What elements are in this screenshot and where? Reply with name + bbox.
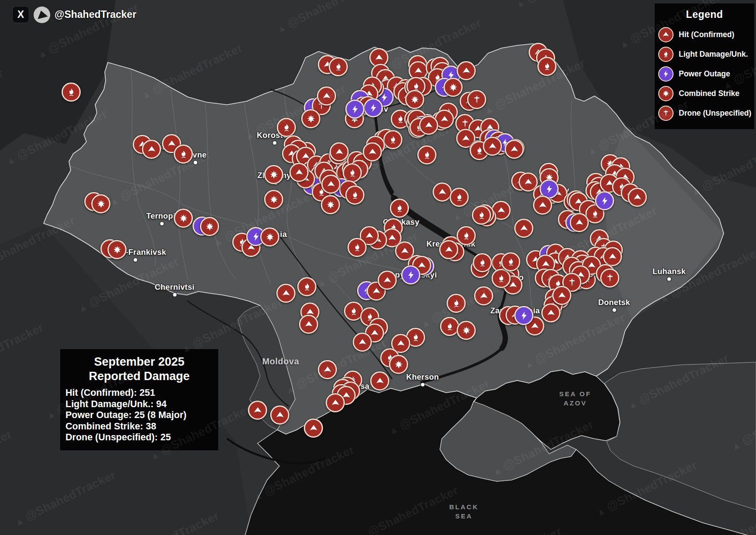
marker-light[interactable] xyxy=(329,57,348,76)
light-marker-icon xyxy=(658,47,674,62)
marker-combined[interactable] xyxy=(301,109,320,128)
power-marker-icon xyxy=(658,66,674,82)
marker-hit[interactable] xyxy=(552,286,571,305)
marker-hit[interactable] xyxy=(603,247,622,266)
marker-combined[interactable] xyxy=(405,90,424,109)
marker-combined[interactable] xyxy=(174,209,193,228)
x-twitter-icon[interactable]: X xyxy=(12,6,29,23)
marker-hit[interactable] xyxy=(276,284,296,303)
marker-hit[interactable] xyxy=(378,271,397,290)
marker-hit[interactable] xyxy=(321,175,340,194)
marker-light[interactable] xyxy=(417,145,436,165)
marker-hit[interactable] xyxy=(248,401,267,420)
marker-combined[interactable] xyxy=(107,240,127,259)
marker-light[interactable] xyxy=(447,294,466,313)
marker-hit[interactable] xyxy=(317,86,336,106)
marker-hit[interactable] xyxy=(330,142,349,161)
marker-combined[interactable] xyxy=(200,217,219,236)
marker-hit[interactable] xyxy=(419,116,438,135)
marker-light[interactable] xyxy=(347,238,367,257)
stats-title-line1: September 2025 xyxy=(60,355,218,369)
marker-power[interactable] xyxy=(364,98,383,117)
marker-combined[interactable] xyxy=(389,355,408,374)
stat-label: Light Damage/Unk. xyxy=(65,399,156,409)
strike-markers-layer xyxy=(0,0,756,535)
marker-hit[interactable] xyxy=(474,286,493,305)
marker-hit[interactable] xyxy=(326,393,345,412)
marker-hit[interactable] xyxy=(628,188,647,207)
legend-item-label: Power Outage xyxy=(679,69,730,79)
marker-hit[interactable] xyxy=(541,303,560,322)
legend-item-label: Hit (Confirmed) xyxy=(679,30,734,39)
marker-hit[interactable] xyxy=(370,371,389,391)
marker-combined[interactable] xyxy=(260,227,279,247)
stats-panel: September 2025 Reported Damage Hit (Conf… xyxy=(60,349,218,450)
marker-light[interactable] xyxy=(62,82,81,102)
stats-title-line2: Reported Damage xyxy=(60,369,218,384)
marker-hit[interactable] xyxy=(433,182,452,202)
marker-combined[interactable] xyxy=(443,78,463,97)
brand-bar: X @ShahedTracker xyxy=(12,6,136,23)
marker-light[interactable] xyxy=(537,57,557,76)
stat-value: 25 (8 Major) xyxy=(134,410,186,420)
marker-hit[interactable] xyxy=(457,61,476,80)
marker-hit[interactable] xyxy=(505,140,524,159)
marker-drone[interactable] xyxy=(467,90,486,109)
marker-combined[interactable] xyxy=(264,165,283,184)
marker-hit[interactable] xyxy=(363,142,382,161)
marker-light[interactable] xyxy=(473,253,492,272)
marker-hit[interactable] xyxy=(483,137,502,156)
shahedtracker-avatar[interactable] xyxy=(34,7,50,23)
marker-light[interactable] xyxy=(345,185,364,205)
marker-hit[interactable] xyxy=(299,315,318,334)
legend-rows: Hit (Confirmed)Light Damage/Unk.Power Ou… xyxy=(655,25,754,123)
marker-hit[interactable] xyxy=(318,360,337,379)
legend-panel: Legend Hit (Confirmed)Light Damage/Unk.P… xyxy=(655,3,754,129)
stat-row: Drone (Unspecified)25 xyxy=(65,432,218,443)
marker-hit[interactable] xyxy=(439,240,458,259)
marker-light[interactable] xyxy=(491,269,511,288)
stat-label: Hit (Confirmed) xyxy=(65,388,140,398)
marker-drone[interactable] xyxy=(600,268,619,288)
marker-light[interactable] xyxy=(501,252,520,271)
marker-hit[interactable] xyxy=(353,333,372,352)
legend-item-light: Light Damage/Unk. xyxy=(655,45,754,64)
marker-hit[interactable] xyxy=(570,213,589,232)
legend-item-combined: Combined Strike xyxy=(655,84,754,103)
stats-rows: Hit (Confirmed)251Light Damage/Unk.94Pow… xyxy=(65,388,218,443)
drone-logo-icon xyxy=(36,9,48,19)
marker-light[interactable] xyxy=(457,226,476,245)
marker-combined[interactable] xyxy=(321,195,340,214)
marker-hit[interactable] xyxy=(142,140,161,159)
marker-hit[interactable] xyxy=(270,405,289,425)
marker-hit[interactable] xyxy=(514,219,533,238)
marker-light[interactable] xyxy=(383,130,402,149)
marker-light[interactable] xyxy=(450,188,469,207)
legend-item-power: Power Outage xyxy=(655,64,754,84)
stat-label: Combined Strike xyxy=(65,421,146,432)
marker-light[interactable] xyxy=(277,118,296,137)
marker-hit[interactable] xyxy=(289,163,309,182)
marker-light[interactable] xyxy=(174,144,193,164)
marker-light[interactable] xyxy=(440,317,459,336)
combined-marker-icon xyxy=(658,86,674,101)
stat-row: Light Damage/Unk.94 xyxy=(65,399,218,410)
marker-light[interactable] xyxy=(297,277,316,296)
marker-light[interactable] xyxy=(472,206,491,225)
drone-marker-icon xyxy=(658,106,674,121)
stat-row: Hit (Confirmed)251 xyxy=(65,388,218,399)
stat-label: Drone (Unspecified) xyxy=(65,432,160,442)
marker-hit[interactable] xyxy=(533,195,552,215)
marker-power[interactable] xyxy=(401,265,420,285)
marker-combined[interactable] xyxy=(457,321,476,340)
marker-combined[interactable] xyxy=(264,190,283,209)
marker-hit[interactable] xyxy=(304,418,323,438)
marker-power[interactable] xyxy=(595,191,614,210)
marker-light[interactable] xyxy=(390,199,409,218)
marker-combined[interactable] xyxy=(91,194,110,213)
marker-power[interactable] xyxy=(514,306,533,325)
account-handle[interactable]: @ShahedTracker xyxy=(55,9,136,21)
marker-power[interactable] xyxy=(345,99,364,119)
stat-row: Combined Strike38 xyxy=(65,421,218,432)
legend-item-hit: Hit (Confirmed) xyxy=(655,25,754,45)
